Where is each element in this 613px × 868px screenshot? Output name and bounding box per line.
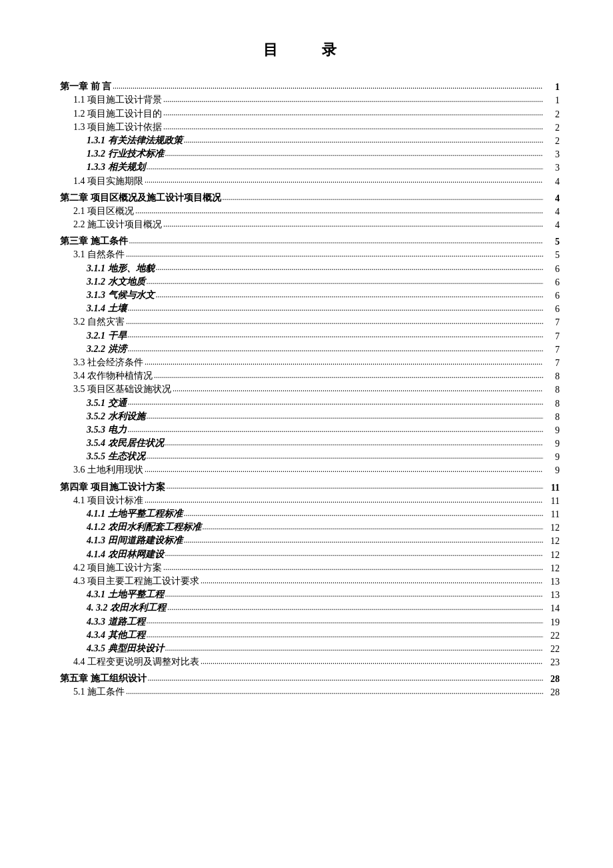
toc-dots: ........................................… [128,235,544,247]
toc-label: 4.1 项目设计标准 [60,495,143,507]
toc-row: 1.3.1 有关法律法规政策 .........................… [60,134,560,147]
toc-page: 8 [543,385,560,395]
toc-row: 3.1.4 土壤 ...............................… [60,302,560,315]
toc-page: 11 [543,483,560,493]
toc-dots: ........................................… [127,423,544,436]
toc-page: 12 [543,523,560,533]
toc-row: 5.1 施工条件 ...............................… [60,685,560,698]
toc-page: 4 [543,220,560,231]
toc-label: 1.1 项目施工设计背景 [60,94,162,106]
toc-page: 7 [543,317,560,328]
toc-row: 4.3.5 典型田块设计 ...........................… [60,642,560,655]
toc-row: 4. 3.2 农田水利工程 ..........................… [60,601,560,614]
toc-page: 12 [543,563,560,574]
toc-dots: ........................................… [162,218,543,231]
toc-row: 3.1.3 气候与水文 ............................… [60,289,560,301]
toc-dots: ........................................… [164,642,544,655]
toc-dots: ........................................… [125,248,543,261]
toc-page: 5 [543,250,560,261]
toc-page: 9 [543,452,560,463]
toc-label: 3.5.4 农民居住状况 [60,437,164,449]
toc-row: 4.1.2 农田水利配套工程标准 .......................… [60,521,560,533]
toc-dots: ........................................… [147,672,544,685]
toc-dots: ........................................… [127,302,544,315]
toc-page: 6 [543,264,560,275]
toc-dots: ........................................… [134,205,543,217]
toc-label: 第一章 前 言 [60,81,111,93]
toc-label: 4.2 项目施工设计方案 [60,562,162,574]
toc-label: 4.1.2 农田水利配套工程标准 [60,521,201,533]
toc-page: 5 [543,237,560,247]
toc-label: 5.1 施工条件 [60,686,125,698]
toc-label: 3.5.1 交通 [60,397,127,409]
toc-dots: ........................................… [162,121,543,133]
toc-dots: ........................................… [183,134,544,147]
toc-row: 第五章 施工组织设计 .............................… [60,672,560,685]
toc-label: 3.2.1 干旱 [60,330,127,342]
toc-row: 3.5.1 交通 ...............................… [60,396,560,409]
toc-page: 8 [543,412,560,423]
toc-row: 1.1 项目施工设计背景 ...........................… [60,93,560,106]
toc-label: 3.1.4 土壤 [60,303,127,315]
toc-page: 9 [543,465,560,476]
toc-row: 4.3.3 道路工程 .............................… [60,615,560,627]
toc-row: 3.4 农作物种植情况 ............................… [60,369,560,382]
toc-label: 3.6 土地利用现状 [60,464,143,476]
toc-label: 4.4 工程变更说明及调整对比表 [60,656,199,668]
toc-dots: ........................................… [162,107,543,119]
toc-row: 3.5.3 电力 ...............................… [60,423,560,436]
toc-label: 3.4 农作物种植情况 [60,370,153,382]
toc-row: 3.2.2 洪涝 ...............................… [60,343,560,355]
toc-page: 14 [543,603,560,614]
toc-page: 13 [543,577,560,587]
toc-label: 第五章 施工组织设计 [60,673,147,685]
toc-label: 3.1.1 地形、地貌 [60,263,155,275]
toc-row: 3.5.2 水利设施 .............................… [60,410,560,423]
toc-label: 1.2 项目施工设计目的 [60,108,162,120]
toc-dots: ........................................… [164,547,544,560]
toc-page: 6 [543,291,560,301]
toc-page: 4 [543,193,560,204]
toc-row: 4.3.1 土地平整工程 ...........................… [60,588,560,601]
toc-row: 4.1.3 田间道路建设标准 .........................… [60,534,560,547]
toc-label: 2.2 施工设计项目概况 [60,219,162,231]
toc-row: 3.1.2 水文地质 .............................… [60,275,560,288]
toc-label: 4.3.1 土地平整工程 [60,589,164,601]
toc-row: 4.3 项目主要工程施工设计要求 .......................… [60,575,560,587]
toc-label: 3.5.3 电力 [60,424,127,436]
toc-page: 12 [543,536,560,547]
toc-dots: ........................................… [166,601,543,614]
toc-page: 4 [543,177,560,187]
toc-row: 2.2 施工设计项目概况 ...........................… [60,218,560,231]
toc-row: 2.1 项目区概况 ..............................… [60,205,560,217]
toc-dots: ........................................… [199,655,543,668]
toc-dots: ........................................… [153,369,543,382]
toc-page: 11 [543,496,560,507]
toc-row: 4.2 项目施工设计方案 ...........................… [60,561,560,574]
toc-label: 4.3.3 道路工程 [60,616,145,628]
toc-page: 22 [543,631,560,641]
toc-row: 1.4 项目实施期限 .............................… [60,174,560,187]
toc-page: 4 [543,207,560,217]
toc-label: 4.3 项目主要工程施工设计要求 [60,575,199,587]
toc-row: 3.1 自然条件 ...............................… [60,248,560,261]
toc-page: 7 [543,345,560,355]
toc-row: 3.6 土地利用现状 .............................… [60,463,560,476]
toc-label: 4.1.1 土地平整工程标准 [60,508,183,520]
toc-row: 3.1.1 地形、地貌 ............................… [60,261,560,274]
toc-page: 11 [543,509,560,520]
toc-dots: ........................................… [143,174,543,187]
toc-row: 1.3.3 相关规划 .............................… [60,161,560,173]
toc-dots: ........................................… [164,588,544,601]
toc-page: 19 [543,617,560,628]
toc-label: 3.3 社会经济条件 [60,357,143,369]
toc-dots: ........................................… [199,575,543,587]
toc-dots: ........................................… [164,437,544,449]
toc-row: 1.3.2 行业技术标准 ...........................… [60,147,560,160]
toc-row: 第三章 施工条件 ...............................… [60,235,560,247]
toc-page: 3 [543,149,560,160]
toc-row: 1.3 项目施工设计依据 ...........................… [60,121,560,133]
toc-dots: ........................................… [145,450,544,463]
toc-label: 1.4 项目实施期限 [60,175,143,187]
toc-label: 3.1 自然条件 [60,249,125,261]
